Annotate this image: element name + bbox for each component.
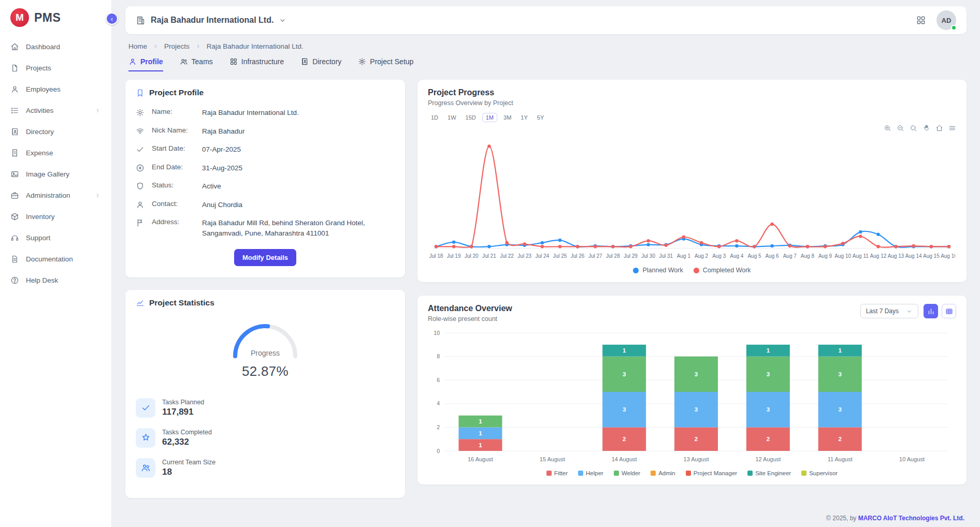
attendance-bar-chart: 024681011116 August15 August233114 Augus… <box>428 327 955 465</box>
field-label: Address: <box>152 218 196 226</box>
stat-current-team-size: Current Team Size 18 <box>136 453 395 483</box>
legend-helper[interactable]: Helper <box>578 470 603 476</box>
range-1y-button[interactable]: 1Y <box>517 113 530 122</box>
menu-icon[interactable] <box>948 124 956 132</box>
field-value: 31-Aug-2025 <box>202 163 395 173</box>
legend-marker <box>747 471 753 476</box>
profile-fields: Name: Raja Bahadur International Ltd. Ni… <box>136 104 395 243</box>
left-column: Project Profile Name: Raja Bahadur Inter… <box>125 80 405 498</box>
range-1d-button[interactable]: 1D <box>428 113 441 122</box>
bar-chart-legend: Fitter Helper Welder Admin Project Manag… <box>428 470 956 476</box>
tab-project-setup[interactable]: Project Setup <box>358 57 413 71</box>
sidebar-item-directory[interactable]: Directory <box>0 121 111 142</box>
svg-text:3: 3 <box>767 371 770 377</box>
field-label: Start Date: <box>152 144 196 152</box>
breadcrumb: HomeProjectsRaja Bahadur International L… <box>128 42 963 50</box>
gear-icon <box>358 57 366 66</box>
zoom-out-icon[interactable] <box>897 124 904 132</box>
brand-logo[interactable]: M PMS <box>0 0 111 36</box>
legend-planned-work[interactable]: Planned Work <box>633 267 683 274</box>
directory-icon <box>300 57 309 66</box>
svg-text:12 August: 12 August <box>755 456 781 462</box>
sidebar-item-inventory[interactable]: Inventory <box>0 206 111 227</box>
footer-company-link[interactable]: MARCO AIoT Technologies Pvt. Ltd. <box>858 515 964 522</box>
sidebar-item-label: Dashboard <box>26 43 101 51</box>
star-icon <box>136 428 155 448</box>
legend-welder[interactable]: Welder <box>614 470 640 476</box>
bar-chart-icon-toggle[interactable] <box>924 304 938 318</box>
tab-teams[interactable]: Teams <box>180 57 213 71</box>
zoom-in-icon[interactable] <box>884 124 891 132</box>
tab-profile[interactable]: Profile <box>128 57 163 71</box>
legend-site-engineer[interactable]: Site Engineer <box>747 470 791 476</box>
date-range-select[interactable]: Last 7 Days <box>860 304 918 318</box>
svg-text:Jul 30: Jul 30 <box>641 253 655 259</box>
range-1m-button[interactable]: 1M <box>482 113 497 122</box>
legend-admin[interactable]: Admin <box>651 470 675 476</box>
main-content: Raja Bahadur International Ltd. AD HomeP… <box>112 0 980 527</box>
legend-marker <box>546 471 552 476</box>
breadcrumb-item-raja-bahadur-international-ltd: Raja Bahadur International Ltd. <box>207 42 304 50</box>
legend-supervisor[interactable]: Supervisor <box>801 470 838 476</box>
tab-infrastructure[interactable]: Infrastructure <box>229 57 284 71</box>
sidebar-collapse-button[interactable]: ‹ <box>106 12 118 25</box>
svg-text:15 August: 15 August <box>540 456 565 462</box>
svg-text:10: 10 <box>434 330 440 336</box>
image-gallery-icon <box>10 170 19 179</box>
sidebar-item-label: Administration <box>26 192 88 199</box>
tab-directory[interactable]: Directory <box>300 57 341 71</box>
chart-toolbar <box>428 123 956 133</box>
sidebar-item-activities[interactable]: Activities <box>0 100 111 121</box>
svg-text:3: 3 <box>695 406 698 413</box>
range-3m-button[interactable]: 3M <box>500 113 514 122</box>
circle-x-icon <box>136 164 146 172</box>
chevron-down-icon <box>279 17 286 24</box>
stat-label: Tasks Planned <box>162 399 204 406</box>
company-selector[interactable]: Raja Bahadur International Ltd. <box>136 16 286 25</box>
flag-icon <box>136 218 146 227</box>
svg-text:3: 3 <box>767 406 770 413</box>
attendance-title: Attendance Overview <box>428 304 512 313</box>
expense-icon <box>10 149 19 157</box>
svg-text:Aug 7: Aug 7 <box>783 253 797 259</box>
legend-fitter[interactable]: Fitter <box>546 470 568 476</box>
sidebar-item-administration[interactable]: Administration <box>0 185 111 206</box>
profile-field-end-date: End Date: 31-Aug-2025 <box>136 159 395 178</box>
range-1w-button[interactable]: 1W <box>444 113 459 122</box>
breadcrumb-item-projects[interactable]: Projects <box>164 42 190 50</box>
svg-text:Jul 23: Jul 23 <box>517 253 531 259</box>
sidebar-item-expense[interactable]: Expense <box>0 142 111 164</box>
legend-marker <box>633 268 639 273</box>
svg-text:Aug 10: Aug 10 <box>834 253 851 259</box>
modify-details-button[interactable]: Modify Details <box>234 249 296 266</box>
view-toggles <box>924 304 956 318</box>
svg-text:Jul 26: Jul 26 <box>571 253 585 259</box>
selection-zoom-icon[interactable] <box>910 124 917 132</box>
sidebar-item-help-desk[interactable]: Help Desk <box>0 270 111 291</box>
apps-grid-icon[interactable] <box>916 15 926 25</box>
sidebar-item-projects[interactable]: Projects <box>0 57 111 79</box>
sidebar-item-image-gallery[interactable]: Image Gallery <box>0 164 111 185</box>
user-avatar[interactable]: AD <box>936 10 956 30</box>
pan-icon[interactable] <box>923 124 930 132</box>
range-15d-button[interactable]: 15D <box>463 113 479 122</box>
table-icon-toggle[interactable] <box>942 304 956 318</box>
chevron-right-icon <box>152 43 159 50</box>
progress-gauge: Progress 52.87% <box>136 317 395 379</box>
sidebar-item-documentation[interactable]: Documentation <box>0 248 111 270</box>
stat-tasks-completed: Tasks Completed 62,332 <box>136 423 395 453</box>
svg-text:1: 1 <box>839 347 842 354</box>
home-icon[interactable] <box>935 124 943 132</box>
svg-text:2: 2 <box>767 436 770 442</box>
breadcrumb-item-home[interactable]: Home <box>128 42 147 50</box>
team-icon <box>136 458 155 478</box>
range-5y-button[interactable]: 5Y <box>534 113 547 122</box>
sidebar-item-dashboard[interactable]: Dashboard <box>0 36 111 57</box>
sidebar-item-employees[interactable]: Employees <box>0 79 111 100</box>
check-icon <box>136 145 146 154</box>
sidebar: M PMS Dashboard Projects Employees Activ… <box>0 0 112 527</box>
field-value: Raja Bahadur Mill Rd, behind Sheraton Gr… <box>202 218 395 238</box>
legend-completed-work[interactable]: Completed Work <box>694 267 751 274</box>
legend-project-manager[interactable]: Project Manager <box>686 470 737 476</box>
sidebar-item-support[interactable]: Support <box>0 227 111 248</box>
